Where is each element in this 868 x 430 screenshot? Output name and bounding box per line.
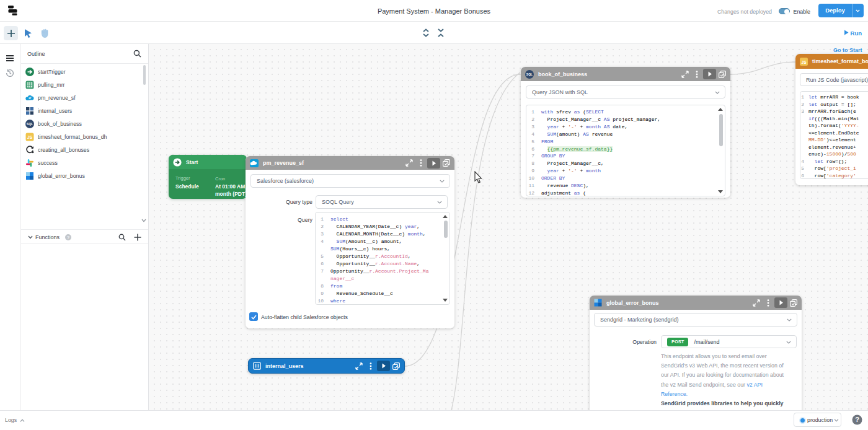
svg-text:SQL: SQL (27, 122, 33, 126)
svg-text:JS: JS (27, 135, 33, 139)
svg-text:?: ? (67, 235, 70, 240)
svg-text:sf: sf (29, 97, 32, 100)
svg-text:?: ? (855, 416, 859, 423)
svg-text:JS: JS (802, 59, 807, 64)
svg-text:SQL: SQL (526, 72, 533, 76)
